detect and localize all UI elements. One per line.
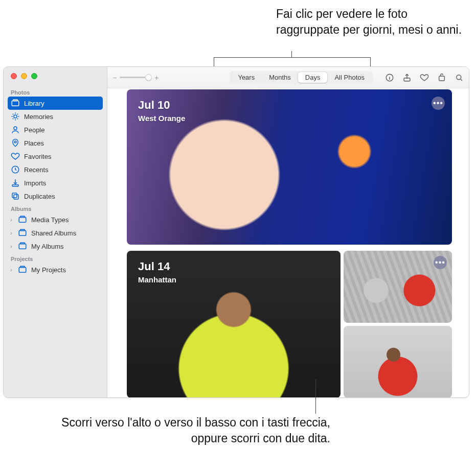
- photo-thumb-column: •••: [344, 251, 452, 397]
- sidebar-section-albums: Albums: [4, 203, 107, 213]
- fullscreen-button[interactable]: [31, 73, 37, 79]
- album-icon: [18, 242, 27, 251]
- zoom-slider[interactable]: − +: [112, 74, 158, 82]
- svg-rect-16: [20, 266, 25, 267]
- photo-hero[interactable]: Jul 14 Manhattan: [127, 251, 341, 397]
- photo-thumb[interactable]: •••: [344, 251, 452, 323]
- sidebar-section-photos: Photos: [4, 86, 107, 97]
- svg-rect-12: [20, 229, 25, 230]
- sidebar-item-label: Recents: [24, 166, 49, 174]
- sidebar-item-memories[interactable]: Memories: [8, 110, 103, 123]
- window-controls: [4, 72, 107, 86]
- more-button[interactable]: •••: [434, 256, 447, 269]
- sidebar-item-label: Shared Albums: [31, 229, 76, 237]
- toolbar: − + Years Months Days All Photos: [107, 67, 469, 88]
- svg-rect-10: [20, 216, 25, 217]
- svg-rect-13: [19, 244, 26, 249]
- svg-point-2: [14, 115, 17, 118]
- more-button[interactable]: •••: [432, 97, 445, 110]
- day-header: Jul 14 Manhattan: [138, 260, 176, 284]
- sidebar-list-photos: Library Memories People Places: [4, 97, 107, 203]
- svg-rect-0: [12, 101, 19, 106]
- sidebar-item-media-types[interactable]: › Media Types: [8, 213, 103, 226]
- svg-rect-19: [439, 76, 445, 81]
- sidebar-item-label: Media Types: [31, 216, 69, 224]
- day-location: West Orange: [138, 114, 185, 123]
- svg-rect-14: [20, 243, 25, 244]
- view-segmented-control: Years Months Days All Photos: [230, 71, 373, 84]
- minimize-button[interactable]: [21, 73, 27, 79]
- tab-years[interactable]: Years: [231, 72, 262, 83]
- main-area: − + Years Months Days All Photos: [107, 67, 469, 397]
- sidebar-item-label: People: [24, 126, 44, 134]
- callout-connector: [291, 51, 292, 57]
- svg-rect-1: [13, 100, 18, 101]
- duplicates-icon: [11, 192, 20, 201]
- toolbar-actions: [385, 73, 464, 82]
- sidebar-item-label: My Projects: [31, 266, 66, 274]
- favorites-icon: [11, 152, 20, 161]
- svg-rect-6: [12, 185, 18, 186]
- zoom-in-icon[interactable]: +: [154, 74, 158, 82]
- sidebar-item-library[interactable]: Library: [8, 97, 103, 110]
- svg-rect-8: [14, 195, 18, 199]
- sidebar-item-my-projects[interactable]: › My Projects: [8, 263, 103, 276]
- album-icon: [18, 228, 27, 238]
- chevron-right-icon[interactable]: ›: [8, 230, 15, 236]
- photo-thumb[interactable]: [344, 326, 452, 397]
- sidebar-item-duplicates[interactable]: Duplicates: [8, 189, 103, 203]
- svg-rect-7: [12, 193, 17, 198]
- close-button[interactable]: [11, 73, 17, 79]
- chevron-right-icon[interactable]: ›: [8, 267, 15, 273]
- svg-rect-15: [19, 268, 26, 273]
- photos-app-window: Photos Library Memories People: [3, 66, 469, 398]
- zoom-track[interactable]: [120, 77, 151, 78]
- callout-connector: [315, 379, 316, 414]
- search-icon[interactable]: [455, 73, 464, 82]
- svg-point-20: [457, 75, 461, 79]
- sidebar-item-label: My Albums: [31, 243, 64, 250]
- day-header: Jul 10 West Orange: [138, 99, 185, 123]
- share-icon[interactable]: [402, 73, 412, 82]
- sidebar-item-label: Memories: [24, 113, 53, 121]
- sidebar-list-projects: › My Projects: [4, 263, 107, 276]
- recents-icon: [11, 165, 20, 174]
- day-card: Jul 14 Manhattan •••: [127, 251, 452, 397]
- people-icon: [11, 125, 20, 134]
- sidebar-list-albums: › Media Types › Shared Albums › My Album…: [4, 213, 107, 253]
- favorite-icon[interactable]: [420, 73, 429, 82]
- tab-days[interactable]: Days: [298, 72, 328, 83]
- tab-months[interactable]: Months: [262, 72, 298, 83]
- sidebar-item-label: Imports: [24, 179, 46, 187]
- chevron-right-icon[interactable]: ›: [8, 244, 15, 249]
- info-icon[interactable]: [385, 73, 394, 82]
- day-location: Manhattan: [138, 275, 176, 284]
- sidebar-item-label: Library: [24, 100, 44, 107]
- sidebar-item-label: Places: [24, 139, 44, 147]
- tab-all-photos[interactable]: All Photos: [327, 72, 372, 83]
- imports-icon: [11, 178, 20, 187]
- sidebar-item-label: Favorites: [24, 153, 51, 160]
- sidebar-item-places[interactable]: Places: [8, 136, 103, 150]
- chevron-right-icon[interactable]: ›: [8, 217, 15, 223]
- sidebar-section-projects: Projects: [4, 253, 107, 263]
- callout-top: Fai clic per vedere le foto raggruppate …: [276, 6, 465, 38]
- sidebar-item-people[interactable]: People: [8, 123, 103, 136]
- callout-bottom: Scorri verso l'alto o verso il basso con…: [24, 415, 330, 446]
- album-icon: [18, 215, 27, 224]
- places-icon: [11, 138, 20, 148]
- sidebar-item-label: Duplicates: [24, 193, 55, 200]
- rotate-icon[interactable]: [437, 73, 446, 82]
- sidebar-item-recents[interactable]: Recents: [8, 163, 103, 176]
- day-card[interactable]: Jul 10 West Orange •••: [127, 89, 452, 245]
- sidebar-item-favorites[interactable]: Favorites: [8, 150, 103, 163]
- sidebar-item-shared-albums[interactable]: › Shared Albums: [8, 226, 103, 240]
- svg-point-3: [14, 127, 17, 130]
- sidebar-item-imports[interactable]: Imports: [8, 176, 103, 189]
- zoom-out-icon[interactable]: −: [112, 74, 117, 82]
- svg-rect-11: [19, 231, 26, 236]
- zoom-knob[interactable]: [145, 74, 152, 81]
- project-icon: [18, 265, 27, 274]
- photo-grid[interactable]: Jul 10 West Orange ••• Jul 14 Manhattan …: [107, 88, 469, 397]
- sidebar-item-my-albums[interactable]: › My Albums: [8, 240, 103, 253]
